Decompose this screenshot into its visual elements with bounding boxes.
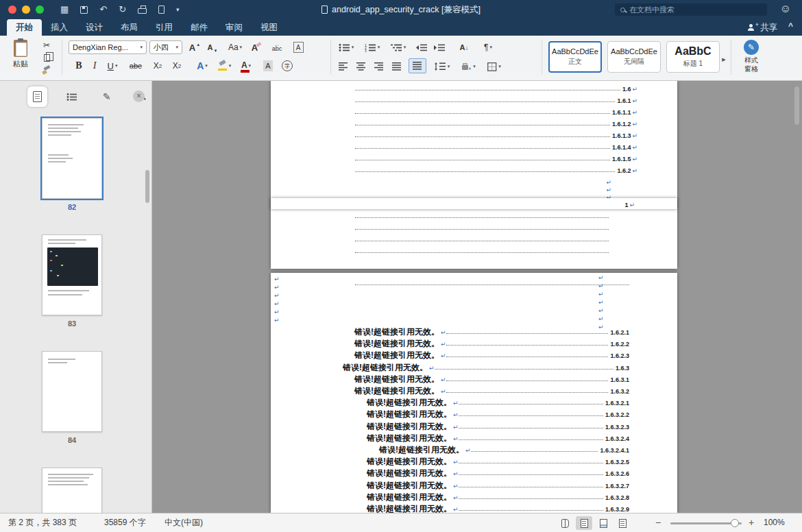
page-thumbnail[interactable]: [42, 234, 102, 315]
toc-leader: [446, 333, 609, 334]
format-painter-button[interactable]: [40, 64, 53, 77]
increase-indent-button[interactable]: [432, 40, 447, 54]
language-indicator[interactable]: 中文(中国): [165, 513, 203, 532]
font-name-select[interactable]: DengXian Reg... ▾: [69, 40, 147, 54]
phonetic-guide-button[interactable]: ⋯abc: [267, 40, 287, 54]
line-spacing-button[interactable]: ▾: [432, 60, 452, 73]
paragraph-mark-icon: ↵: [441, 352, 446, 360]
ribbon-tab[interactable]: 布局: [112, 19, 147, 36]
toc-number: 1.6.1.4: [612, 144, 631, 152]
subscript-button[interactable]: X2: [149, 59, 166, 73]
toc-number: 1.6.3.1: [610, 376, 629, 384]
ribbon-tab[interactable]: 视图: [252, 19, 287, 36]
code-dot: [50, 260, 52, 261]
toc-number: 1.6.2.3: [610, 352, 629, 360]
shading-button[interactable]: ▾: [458, 60, 478, 73]
italic-button[interactable]: I: [88, 59, 101, 73]
toc-entry-text: 错误!超链接引用无效。: [367, 433, 452, 443]
document-canvas[interactable]: 1.6↵1.6.1↵1.6.1.1↵1.6.1.2↵1.6.1.3↵1.6.1.…: [152, 81, 802, 513]
format-painter-icon: [42, 66, 52, 75]
styles-pane-icon: ✎: [744, 40, 759, 55]
zoom-level[interactable]: 100%: [764, 513, 785, 532]
style-gallery-item[interactable]: AaBbCcDdEe正文: [548, 41, 602, 73]
toc-number: 1.6.2.2: [610, 341, 629, 348]
superscript-button[interactable]: X2: [169, 59, 185, 73]
font-color-button[interactable]: A▾: [237, 59, 255, 73]
toc-entry: 错误!超链接引用无效。↵1.6.3.2.5: [271, 455, 677, 466]
print-layout-button[interactable]: [576, 516, 592, 530]
sidebar-scrollbar[interactable]: [145, 170, 149, 203]
borders-button[interactable]: ▾: [484, 60, 505, 73]
thumbnails-tab[interactable]: [27, 86, 47, 107]
grow-font-button[interactable]: A▲: [186, 40, 203, 54]
style-gallery-item[interactable]: AaBbCcDdEe无间隔: [607, 41, 661, 73]
highlight-button[interactable]: ▾: [215, 59, 233, 73]
enclose-characters-button[interactable]: 字: [280, 59, 295, 73]
styles-pane-button[interactable]: ✎ 样式 窗格: [735, 40, 768, 73]
text-effects-button[interactable]: A▾: [193, 59, 211, 73]
document-scrollbar[interactable]: [794, 86, 799, 125]
word-count[interactable]: 35859 个字: [104, 513, 146, 532]
align-left-button[interactable]: [336, 60, 351, 73]
zoom-out-button[interactable]: −: [655, 513, 661, 532]
cut-button[interactable]: ✂: [40, 38, 53, 52]
style-gallery-item[interactable]: AaBbC标题 1: [666, 41, 720, 73]
font-size-select[interactable]: 小四 ▾: [149, 40, 182, 54]
decrease-indent-button[interactable]: [414, 40, 429, 54]
multilevel-list-button[interactable]: ▾: [388, 40, 409, 54]
feedback-smiley-icon[interactable]: ☺: [780, 3, 791, 15]
page-thumbnail[interactable]: [42, 118, 102, 199]
ribbon-tab[interactable]: 插入: [42, 19, 77, 36]
paragraph-mark-icon: ↵: [453, 470, 459, 478]
sort-button[interactable]: A↓: [455, 40, 473, 54]
underline-button[interactable]: U▾: [103, 59, 122, 73]
copy-button[interactable]: [40, 51, 53, 64]
numbering-button[interactable]: 123▾: [362, 40, 382, 54]
outline-view-button[interactable]: [614, 516, 631, 530]
distribute-text-button[interactable]: [409, 58, 426, 73]
document-page-1: 1.6↵1.6.1↵1.6.1.1↵1.6.1.2↵1.6.1.3↵1.6.1.…: [271, 81, 677, 269]
ribbon-tab[interactable]: 邮件: [182, 19, 217, 36]
clear-formatting-button[interactable]: A: [248, 40, 265, 54]
show-formatting-marks-button[interactable]: ¶▾: [478, 40, 498, 54]
align-center-button[interactable]: [354, 60, 369, 73]
align-right-button[interactable]: [372, 60, 387, 73]
bullets-button[interactable]: ▾: [336, 40, 356, 54]
close-pane-button[interactable]: ×: [133, 90, 145, 102]
page-indicator[interactable]: 第 2 页，共 383 页: [8, 513, 77, 532]
read-mode-button[interactable]: [557, 516, 573, 530]
toc-leader: [446, 356, 609, 357]
zoom-in-button[interactable]: +: [749, 513, 754, 532]
change-case-button[interactable]: Aa▾: [225, 40, 245, 54]
share-button[interactable]: + 共享: [747, 19, 777, 36]
page-thumbnail[interactable]: [42, 351, 102, 432]
web-layout-button[interactable]: [595, 516, 611, 530]
thumbnail-text-line: [48, 290, 89, 291]
bold-button[interactable]: B: [71, 59, 86, 73]
character-shading-button[interactable]: A: [260, 59, 276, 73]
styles-pane-label-2: 窗格: [744, 65, 758, 73]
collapse-ribbon-icon[interactable]: ^: [788, 21, 793, 31]
font-size-value: 小四: [154, 43, 169, 53]
headings-tab[interactable]: [62, 86, 82, 107]
ribbon-tab[interactable]: 设计: [77, 19, 112, 36]
search-input[interactable]: 在文档中搜索: [615, 3, 767, 16]
zoom-slider-knob[interactable]: [731, 519, 739, 527]
paragraph-mark-icon: ↵: [632, 132, 637, 140]
style-gallery-more-icon[interactable]: ▸: [720, 52, 728, 66]
strikethrough-button[interactable]: abe: [126, 59, 145, 73]
review-pane-tab[interactable]: ✎: [97, 86, 117, 107]
paste-button[interactable]: 粘贴: [5, 40, 36, 69]
ribbon-tab[interactable]: 引用: [147, 19, 182, 36]
page-thumbnail[interactable]: [42, 468, 102, 513]
shrink-font-button[interactable]: A▼: [204, 40, 221, 54]
toc-entry: 错误!超链接引用无效。↵1.6.3.2.1: [271, 396, 677, 407]
thumbnail-text-line: [48, 239, 86, 241]
ribbon-tab[interactable]: 审阅: [217, 19, 252, 36]
character-border-button[interactable]: A: [291, 40, 306, 54]
justify-button[interactable]: [389, 60, 404, 73]
ribbon-tab[interactable]: 开始: [7, 19, 42, 36]
toc-entry-text: 错误!超链接引用无效。: [379, 445, 464, 455]
document-title-text: android_app_security_crack [兼容模式]: [332, 4, 481, 16]
thumbnail-text-line: [48, 359, 75, 360]
